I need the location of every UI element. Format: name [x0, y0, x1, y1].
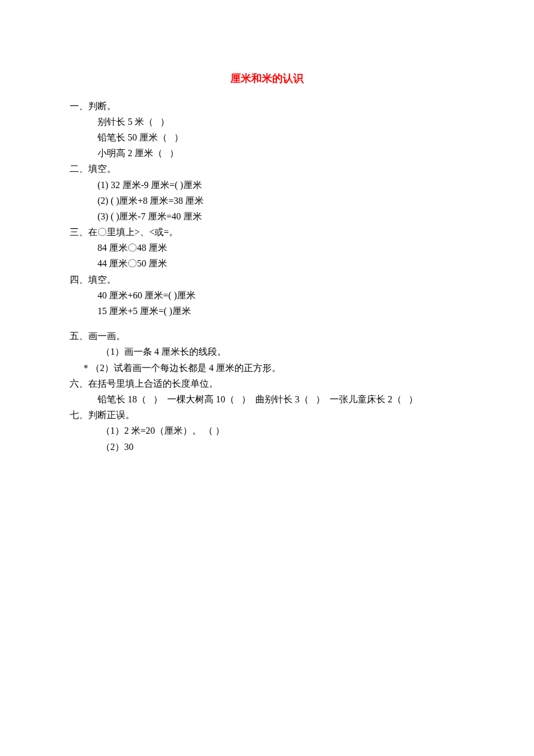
section-1-item: 小明高 2 厘米（ ）	[70, 145, 464, 161]
section-6-heading: 六、在括号里填上合适的长度单位。	[70, 376, 464, 391]
section-5-item: （1）画一条 4 厘米长的线段。	[70, 344, 464, 359]
section-2-item: (2) ( )厘米+8 厘米=38 厘米	[70, 193, 464, 208]
section-2-heading: 二、填空。	[70, 161, 464, 177]
section-1-item: 别针长 5 米（ ）	[70, 114, 464, 129]
document-title: 厘米和米的认识	[70, 70, 464, 88]
section-3-item: 44 厘米〇50 厘米	[70, 255, 464, 271]
section-2-item: (3) ( )厘米-7 厘米=40 厘米	[70, 208, 464, 224]
page: 厘米和米的认识 一、判断。 别针长 5 米（ ） 铅笔长 50 厘米（ ） 小明…	[0, 0, 534, 455]
section-1-heading: 一、判断。	[70, 98, 464, 114]
section-7-heading: 七、判断正误。	[70, 407, 464, 423]
section-4-item: 15 厘米+5 厘米=( )厘米	[70, 303, 464, 319]
section-7-item: （1）2 米=20（厘米）。 （ ）	[70, 423, 464, 438]
section-2-item: (1) 32 厘米-9 厘米=( )厘米	[70, 177, 464, 193]
section-5-heading: 五、画一画。	[70, 328, 464, 344]
section-3-heading: 三、在〇里填上>、<或=。	[70, 224, 464, 240]
section-4-heading: 四、填空。	[70, 272, 464, 287]
section-3-item: 84 厘米〇48 厘米	[70, 240, 464, 255]
section-4-item: 40 厘米+60 厘米=( )厘米	[70, 287, 464, 303]
section-1-item: 铅笔长 50 厘米（ ）	[70, 129, 464, 145]
spacer	[70, 319, 464, 328]
section-7-item: （2）30	[70, 439, 464, 455]
section-6-line: 铅笔长 18（ ） 一棵大树高 10（ ） 曲别针长 3（ ） 一张儿童床长 2…	[70, 391, 464, 407]
section-5-item: ＊（2）试着画一个每边长都是 4 厘米的正方形。	[70, 360, 464, 376]
